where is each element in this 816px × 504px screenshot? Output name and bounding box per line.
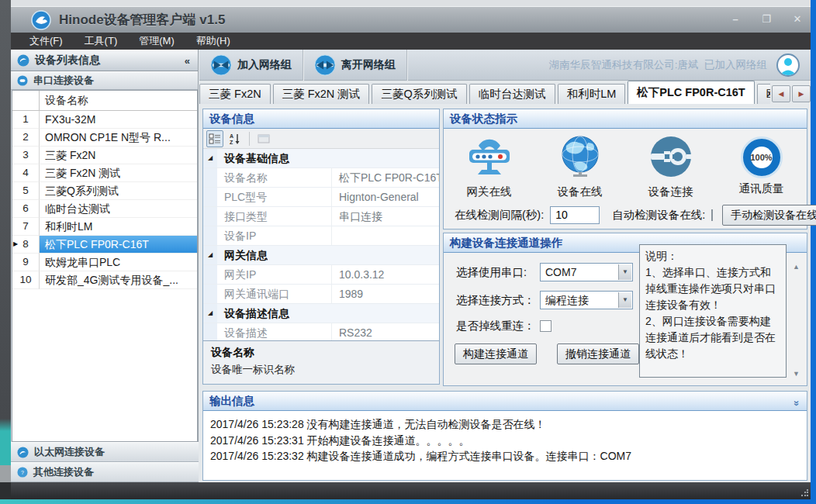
reconnect-checkbox[interactable] xyxy=(540,320,551,332)
expand-triangle-icon[interactable] xyxy=(203,188,217,206)
property-description-text: 设备唯一标识名称 xyxy=(211,363,431,377)
device-row-index: 9 xyxy=(22,256,29,268)
menu-item[interactable]: 工具(T) xyxy=(74,33,129,50)
device-tab[interactable]: 临时台达测试 xyxy=(469,84,555,104)
expand-triangle-icon[interactable]: ◢ xyxy=(203,246,217,264)
device-row-index: 1 xyxy=(22,113,29,125)
window-top-frame xyxy=(11,0,811,6)
device-list-row[interactable]: 3 三菱 Fx2N xyxy=(12,147,197,164)
group-ethernet-devices[interactable]: 以太网连接设备 xyxy=(11,442,199,462)
output-log[interactable]: 2017/4/26 15:23:28 没有构建连接通道，无法自动检测设备是否在线… xyxy=(203,411,807,480)
window-title: Hinode设备管理客户端 v1.5 xyxy=(59,11,225,29)
menu-item[interactable]: 帮助(H) xyxy=(185,33,241,50)
property-row[interactable]: 网关IP 10.0.3.12 xyxy=(203,265,439,285)
collapse-output-icon[interactable]: » xyxy=(787,400,805,406)
svg-text:?: ? xyxy=(21,470,24,475)
device-tab[interactable]: 松下PLC FP0R-C16T xyxy=(628,81,754,104)
property-row[interactable]: ◢ 网关信息 xyxy=(203,246,439,265)
leave-network-button[interactable]: 离开网络组 xyxy=(303,50,407,81)
device-name[interactable]: 三菱 Fx2N xyxy=(40,147,197,164)
device-name[interactable]: FX3u-32M xyxy=(40,111,197,129)
device-list-row[interactable]: 4 三菱 Fx2N 测试 xyxy=(12,164,197,182)
device-list-row[interactable]: 7 和利时LM xyxy=(12,218,197,236)
serial-group-label: 串口连接设备 xyxy=(33,74,94,88)
reconnect-row: 是否掉线重连： xyxy=(456,319,551,333)
property-value[interactable]: 松下PLC FP0R-C16T xyxy=(332,168,439,187)
resize-grip[interactable] xyxy=(800,489,808,497)
gateway-online-indicator: 网关在线 xyxy=(446,135,533,199)
titlebar[interactable]: Hinode设备管理客户端 v1.5 – ❐ ✕ xyxy=(11,6,811,33)
device-list-row[interactable]: 6 临时台达测试 xyxy=(12,200,197,218)
property-row[interactable]: ◢ 设备描述信息 xyxy=(203,304,439,323)
property-row[interactable]: ◢ 设备基础信息 xyxy=(203,149,439,168)
menu-item[interactable]: 管理(M) xyxy=(128,33,185,50)
property-value[interactable]: Hignton-General xyxy=(332,188,439,206)
manual-detect-button[interactable]: 手动检测设备在线 xyxy=(722,205,816,226)
scroll-up-icon[interactable]: ▲ xyxy=(793,263,800,271)
property-value[interactable]: 串口连接 xyxy=(332,207,439,226)
group-serial-devices[interactable]: 串口连接设备 xyxy=(11,71,198,90)
expand-triangle-icon[interactable] xyxy=(203,323,217,342)
device-tab[interactable]: 三菱 Fx2N 测试 xyxy=(273,84,370,104)
device-name[interactable]: 三菱Q系列测试 xyxy=(40,182,197,200)
sidebar-header[interactable]: 设备列表信息 « xyxy=(11,50,198,71)
device-list-row[interactable]: 10 研发部_4G测试专用设备_... xyxy=(12,271,197,289)
statusbar: 2017/4/26 15:23:21 : 加入网络组成功 xyxy=(11,482,811,499)
device-tab[interactable]: 和利时LM xyxy=(558,84,626,104)
minimize-button[interactable]: – xyxy=(725,12,745,27)
device-name[interactable]: 松下PLC FP0R-C16T xyxy=(40,236,197,254)
device-list-row[interactable]: 2 OMRON CP1E N型号 R... xyxy=(12,129,197,147)
property-row[interactable]: 设备IP xyxy=(203,226,439,246)
expand-triangle-icon[interactable] xyxy=(203,207,217,226)
interval-label: 在线检测间隔(秒): xyxy=(455,208,544,223)
scroll-down-icon[interactable]: ▼ xyxy=(793,370,800,378)
device-name[interactable]: 和利时LM xyxy=(40,218,197,236)
join-network-button[interactable]: 加入网络组 xyxy=(199,50,303,81)
maximize-button[interactable]: ❐ xyxy=(756,12,776,27)
device-name[interactable]: 三菱 Fx2N 测试 xyxy=(40,164,197,182)
device-list-row[interactable]: 5 三菱Q系列测试 xyxy=(12,182,197,200)
expand-triangle-icon[interactable]: ◢ xyxy=(203,149,217,167)
close-button[interactable]: ✕ xyxy=(787,12,807,27)
tab-scroll-right-icon[interactable]: ▶ xyxy=(792,85,811,102)
expand-triangle-icon[interactable]: ◢ xyxy=(203,304,217,323)
group-other-devices[interactable]: ? 其他连接设备 xyxy=(11,462,199,482)
interval-input[interactable] xyxy=(550,206,600,224)
device-name[interactable]: OMRON CP1E N型号 R... xyxy=(40,129,197,147)
property-value[interactable]: 10.0.3.12 xyxy=(332,265,439,284)
collapse-sidebar-icon[interactable]: « xyxy=(185,55,190,67)
alphabetical-sort-icon[interactable]: AZ xyxy=(226,130,244,147)
expand-triangle-icon[interactable] xyxy=(203,226,217,245)
note-line: 说明： xyxy=(645,248,780,264)
property-value[interactable]: 1989 xyxy=(332,285,439,303)
revoke-channel-button[interactable]: 撤销连接通道 xyxy=(557,343,639,364)
connect-mode-select[interactable]: 编程连接 ▼ xyxy=(540,291,633,309)
property-row[interactable]: 设备名称 松下PLC FP0R-C16T xyxy=(203,168,439,188)
auto-detect-checkbox[interactable] xyxy=(711,209,713,221)
property-value[interactable] xyxy=(332,226,439,245)
tab-scroll-left-icon[interactable]: ◀ xyxy=(772,85,790,102)
dropdown-arrow-icon[interactable]: ▼ xyxy=(618,264,631,280)
device-name[interactable]: 欧姆龙串口PLC xyxy=(40,254,197,271)
device-name[interactable]: 研发部_4G测试专用设备_... xyxy=(40,271,197,289)
menu-item[interactable]: 文件(F) xyxy=(19,33,74,50)
serial-port-select[interactable]: COM7 ▼ xyxy=(540,263,633,281)
dropdown-arrow-icon[interactable]: ▼ xyxy=(618,292,631,308)
property-row[interactable]: 网关通讯端口 1989 xyxy=(203,285,439,304)
device-tab[interactable]: 欧姆龙 xyxy=(757,84,770,104)
device-tab[interactable]: 三菱 Fx2N xyxy=(199,84,271,104)
device-list-row[interactable]: 9 欧姆龙串口PLC xyxy=(12,254,197,271)
property-row[interactable]: 接口类型 串口连接 xyxy=(203,207,439,226)
expand-triangle-icon[interactable] xyxy=(203,285,217,303)
user-avatar[interactable] xyxy=(776,54,800,77)
property-value[interactable]: RS232 xyxy=(332,323,439,342)
expand-triangle-icon[interactable] xyxy=(203,265,217,284)
device-list-row[interactable]: ▶8 松下PLC FP0R-C16T xyxy=(12,236,197,254)
device-tab[interactable]: 三菱Q系列测试 xyxy=(372,84,466,104)
property-row[interactable]: PLC型号 Hignton-General xyxy=(203,188,439,207)
categorized-view-icon[interactable] xyxy=(206,130,223,147)
device-name[interactable]: 临时台达测试 xyxy=(40,200,197,218)
build-channel-button[interactable]: 构建连接通道 xyxy=(455,343,537,364)
device-list-row[interactable]: 1 FX3u-32M xyxy=(12,111,197,129)
expand-triangle-icon[interactable] xyxy=(203,168,217,187)
